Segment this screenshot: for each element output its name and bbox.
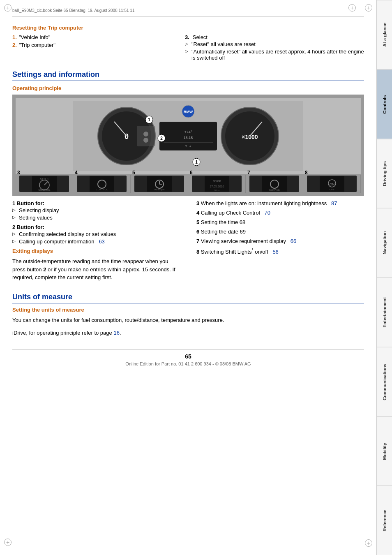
operating-principle-title: Operating principle	[12, 85, 364, 91]
resetting-steps-left: 1. "Vehicle Info" 2. "Trip computer"	[12, 34, 168, 48]
panel-item-4: 4 CONTROL	[73, 175, 131, 193]
resetting-step-1: 1. "Vehicle Info"	[12, 34, 168, 40]
cluster-top: 0 +74° 15:15 ▼ ▲	[16, 98, 361, 174]
resetting-col-left: 1. "Vehicle Info" 2. "Trip computer"	[12, 34, 168, 62]
sidebar: At a glance Controls Driving tips Naviga…	[376, 0, 392, 555]
header-text: ba8_E90M3_cic.book Seite 65 Dienstag, 19…	[12, 8, 134, 13]
desc-item-6: 6 Setting the date 69	[196, 229, 364, 235]
bullet-auto-reset: "Automatically reset" all values are res…	[185, 49, 364, 61]
sidebar-tab-navigation[interactable]: Navigation	[377, 208, 392, 278]
sidebar-tab-communications[interactable]: Communications	[377, 347, 392, 416]
desc-item-8: 8 Switching Shift Lights* on/off 56	[196, 247, 364, 255]
svg-text:SERVICE: SERVICE	[269, 189, 279, 191]
panel-item-8: 8 ON OFF	[303, 175, 361, 193]
resetting-step-2: 2. "Trip computer"	[12, 42, 168, 48]
desc-bullet-confirming: Confirming selected display or set val­u…	[12, 231, 180, 237]
panel-item-6: 6 00:00 27.05.2010 0 km	[188, 175, 246, 193]
bullet-reset: "Reset" all values are reset	[185, 41, 364, 47]
settings-section: Settings and information Operating princ…	[12, 70, 364, 287]
svg-text:15:15: 15:15	[184, 136, 193, 140]
desc-item-3: 3 When the lights are on: instrument lig…	[196, 200, 364, 206]
corner-mark-br-outer	[365, 539, 372, 547]
desc-item-4: 4 Calling up Check Control 70	[196, 210, 364, 216]
svg-text:00:00: 00:00	[212, 179, 221, 183]
desc-bullet-setting-values: Setting values	[12, 215, 180, 221]
svg-point-22	[143, 138, 148, 143]
panel-item-7: 7 SERVICE	[246, 175, 303, 193]
svg-text:▼ ▲: ▼ ▲	[184, 144, 192, 148]
svg-text:27.05.2010: 27.05.2010	[210, 185, 224, 188]
doc-header: ba8_E90M3_cic.book Seite 65 Dienstag, 19…	[12, 8, 364, 16]
corner-mark-tr-outer	[365, 4, 372, 12]
exiting-displays-title: Exiting displays	[12, 248, 180, 254]
sidebar-tab-at-a-glance[interactable]: At a glance	[377, 0, 392, 69]
page-footer: 65 Online Edition for Part no. 01 41 2 6…	[12, 349, 364, 366]
resetting-title: Resetting the Trip computer	[12, 25, 364, 31]
resetting-col-right: 3. Select "Reset" all values are reset "…	[185, 34, 364, 62]
panel-item-5: 5 01:15 pm	[131, 175, 188, 193]
resetting-section: Resetting the Trip computer 1. "Vehicle …	[12, 25, 364, 62]
cluster-svg: 0 +74° 15:15 ▼ ▲	[73, 101, 303, 171]
svg-text:ON: ON	[330, 183, 334, 186]
desc-item-2: 2 Button for: Confirming selected displa…	[12, 224, 180, 245]
exiting-displays-body: The outside-temperature reading and the …	[12, 257, 180, 282]
desc-item-7: 7 Viewing service requirement display 66	[196, 238, 364, 244]
instrument-cluster: 0 +74° 15:15 ▼ ▲	[12, 95, 364, 196]
page-number: 65	[12, 353, 364, 360]
units-title: Units of measure	[12, 293, 364, 303]
svg-text:SER.K: SER.K	[40, 178, 48, 180]
svg-point-21	[143, 132, 148, 136]
step3-label: Select	[193, 34, 208, 40]
svg-text:1: 1	[148, 118, 150, 122]
svg-text:0: 0	[125, 132, 129, 141]
svg-text:CONTROL: CONTROL	[96, 188, 108, 191]
panel-item-3: 3 SER.K CONTROL	[16, 175, 73, 193]
desc-item-5: 5 Setting the time 68	[196, 219, 364, 225]
svg-text:0 km: 0 km	[214, 189, 219, 192]
units-body1: You can change the units for fuel consum…	[12, 316, 364, 324]
operating-principle-section: Operating principle 0	[12, 85, 364, 287]
footer-text: Online Edition for Part no. 01 41 2 600 …	[12, 361, 364, 366]
desc-bullet-selecting: Selecting display	[12, 207, 180, 213]
exiting-displays-section: Exiting displays The outside-temperature…	[12, 248, 180, 282]
desc-item-1: 1 Button for: Selecting display Setting …	[12, 200, 180, 221]
corner-mark-tl	[4, 4, 12, 12]
svg-text:1: 1	[195, 160, 198, 164]
sidebar-tab-driving-tips[interactable]: Driving tips	[377, 139, 392, 208]
cluster-bottom: 3 SER.K CONTROL	[16, 175, 361, 193]
svg-text:CONTROL: CONTROL	[38, 189, 51, 191]
svg-text:×1000: ×1000	[242, 134, 258, 140]
svg-text:01:15 pm: 01:15 pm	[154, 188, 164, 191]
desc-bullet-calling: Calling up computer information 63	[12, 238, 180, 245]
sidebar-tab-controls[interactable]: Controls	[377, 69, 392, 139]
svg-text:OFF: OFF	[330, 188, 334, 191]
svg-text:2: 2	[160, 136, 163, 141]
resetting-bullets: "Reset" all values are reset "Automatica…	[185, 41, 364, 61]
units-subtitle: Setting the units of measure	[12, 307, 364, 313]
svg-text:BMW: BMW	[184, 110, 193, 114]
corner-mark-tr	[348, 4, 357, 12]
step3-num: 3.	[185, 34, 189, 40]
sidebar-tab-reference[interactable]: Reference	[377, 486, 392, 555]
units-section: Units of measure Setting the units of me…	[12, 293, 364, 337]
operating-principle-descriptions: 1 Button for: Selecting display Setting …	[12, 200, 364, 287]
sidebar-tab-mobility[interactable]: Mobility	[377, 416, 392, 486]
settings-main-title: Settings and information	[12, 70, 364, 81]
svg-text:+74°: +74°	[184, 130, 192, 134]
desc-col-left: 1 Button for: Selecting display Setting …	[12, 200, 180, 287]
desc-col-right: 3 When the lights are on: instrument lig…	[196, 200, 364, 287]
units-body2: iDrive, for operating principle refer to…	[12, 329, 364, 337]
sidebar-tab-entertainment[interactable]: Entertainment	[377, 278, 392, 347]
corner-mark-bl	[4, 539, 12, 547]
